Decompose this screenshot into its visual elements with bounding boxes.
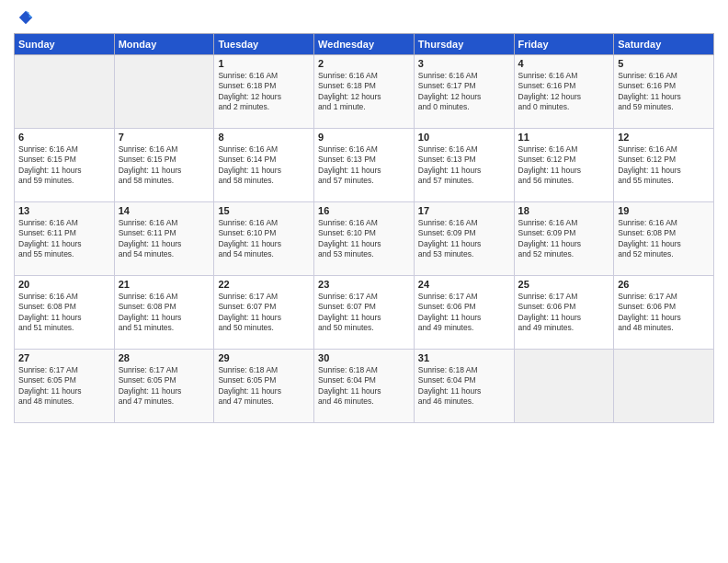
col-header-tuesday: Tuesday — [214, 34, 314, 55]
day-number: 4 — [518, 58, 610, 69]
cell-info: Sunrise: 6:17 AM Sunset: 6:07 PM Dayligh… — [318, 292, 410, 334]
calendar-cell: 29Sunrise: 6:18 AM Sunset: 6:05 PM Dayli… — [214, 350, 314, 423]
calendar-week-row: 6Sunrise: 6:16 AM Sunset: 6:15 PM Daylig… — [15, 129, 714, 202]
cell-info: Sunrise: 6:16 AM Sunset: 6:12 PM Dayligh… — [518, 144, 610, 187]
cell-info: Sunrise: 6:16 AM Sunset: 6:12 PM Dayligh… — [618, 144, 710, 187]
calendar-cell: 4Sunrise: 6:16 AM Sunset: 6:16 PM Daylig… — [514, 55, 614, 129]
col-header-wednesday: Wednesday — [314, 34, 415, 55]
col-header-thursday: Thursday — [414, 34, 514, 55]
calendar-cell: 3Sunrise: 6:16 AM Sunset: 6:17 PM Daylig… — [414, 55, 514, 129]
calendar-cell: 22Sunrise: 6:17 AM Sunset: 6:07 PM Dayli… — [214, 276, 314, 350]
day-number: 18 — [518, 205, 610, 216]
day-number: 22 — [218, 279, 310, 290]
day-number: 24 — [418, 279, 510, 290]
day-number: 20 — [18, 279, 110, 290]
calendar-cell — [614, 350, 714, 423]
calendar-cell: 10Sunrise: 6:16 AM Sunset: 6:13 PM Dayli… — [414, 129, 514, 202]
cell-info: Sunrise: 6:17 AM Sunset: 6:07 PM Dayligh… — [218, 292, 310, 334]
cell-info: Sunrise: 6:16 AM Sunset: 6:18 PM Dayligh… — [218, 71, 310, 113]
cell-info: Sunrise: 6:16 AM Sunset: 6:18 PM Dayligh… — [318, 71, 410, 113]
calendar-cell: 18Sunrise: 6:16 AM Sunset: 6:09 PM Dayli… — [514, 202, 614, 276]
page-header — [14, 9, 714, 26]
day-number: 26 — [618, 279, 710, 290]
calendar-week-row: 27Sunrise: 6:17 AM Sunset: 6:05 PM Dayli… — [15, 350, 714, 423]
calendar-cell: 24Sunrise: 6:17 AM Sunset: 6:06 PM Dayli… — [414, 276, 514, 350]
calendar-cell: 20Sunrise: 6:16 AM Sunset: 6:08 PM Dayli… — [15, 276, 115, 350]
calendar-cell: 8Sunrise: 6:16 AM Sunset: 6:14 PM Daylig… — [214, 129, 314, 202]
day-number: 7 — [119, 132, 210, 143]
cell-info: Sunrise: 6:16 AM Sunset: 6:09 PM Dayligh… — [518, 218, 610, 260]
calendar-cell — [15, 55, 115, 129]
calendar-cell: 9Sunrise: 6:16 AM Sunset: 6:13 PM Daylig… — [314, 129, 415, 202]
day-number: 17 — [418, 205, 510, 216]
calendar-cell: 14Sunrise: 6:16 AM Sunset: 6:11 PM Dayli… — [114, 202, 214, 276]
cell-info: Sunrise: 6:16 AM Sunset: 6:11 PM Dayligh… — [18, 218, 110, 260]
calendar-table: SundayMondayTuesdayWednesdayThursdayFrid… — [14, 33, 714, 423]
calendar-cell: 13Sunrise: 6:16 AM Sunset: 6:11 PM Dayli… — [15, 202, 115, 276]
cell-info: Sunrise: 6:18 AM Sunset: 6:05 PM Dayligh… — [218, 365, 310, 408]
day-number: 9 — [318, 132, 410, 143]
calendar-cell: 27Sunrise: 6:17 AM Sunset: 6:05 PM Dayli… — [15, 350, 115, 423]
cell-info: Sunrise: 6:16 AM Sunset: 6:08 PM Dayligh… — [18, 292, 110, 334]
calendar-cell: 7Sunrise: 6:16 AM Sunset: 6:15 PM Daylig… — [114, 129, 214, 202]
calendar-week-row: 20Sunrise: 6:16 AM Sunset: 6:08 PM Dayli… — [15, 276, 714, 350]
day-number: 15 — [218, 205, 310, 216]
calendar-cell: 26Sunrise: 6:17 AM Sunset: 6:06 PM Dayli… — [614, 276, 714, 350]
day-number: 25 — [518, 279, 610, 290]
day-number: 13 — [18, 205, 110, 216]
calendar-cell: 12Sunrise: 6:16 AM Sunset: 6:12 PM Dayli… — [614, 129, 714, 202]
calendar-cell: 16Sunrise: 6:16 AM Sunset: 6:10 PM Dayli… — [314, 202, 415, 276]
day-number: 29 — [218, 352, 310, 363]
day-number: 31 — [418, 352, 510, 363]
day-number: 28 — [119, 352, 210, 363]
cell-info: Sunrise: 6:17 AM Sunset: 6:06 PM Dayligh… — [518, 292, 610, 334]
day-number: 19 — [618, 205, 710, 216]
day-number: 23 — [318, 279, 410, 290]
calendar-cell: 6Sunrise: 6:16 AM Sunset: 6:15 PM Daylig… — [15, 129, 115, 202]
cell-info: Sunrise: 6:17 AM Sunset: 6:05 PM Dayligh… — [18, 365, 110, 408]
calendar-cell: 5Sunrise: 6:16 AM Sunset: 6:16 PM Daylig… — [614, 55, 714, 129]
cell-info: Sunrise: 6:16 AM Sunset: 6:16 PM Dayligh… — [618, 71, 710, 113]
day-number: 21 — [119, 279, 210, 290]
logo-icon — [17, 9, 34, 26]
calendar-cell — [514, 350, 614, 423]
cell-info: Sunrise: 6:16 AM Sunset: 6:15 PM Dayligh… — [18, 144, 110, 187]
day-number: 27 — [18, 352, 110, 363]
calendar-cell: 11Sunrise: 6:16 AM Sunset: 6:12 PM Dayli… — [514, 129, 614, 202]
calendar-cell: 28Sunrise: 6:17 AM Sunset: 6:05 PM Dayli… — [114, 350, 214, 423]
day-number: 11 — [518, 132, 610, 143]
cell-info: Sunrise: 6:17 AM Sunset: 6:06 PM Dayligh… — [418, 292, 510, 334]
calendar-cell: 21Sunrise: 6:16 AM Sunset: 6:08 PM Dayli… — [114, 276, 214, 350]
calendar-cell: 19Sunrise: 6:16 AM Sunset: 6:08 PM Dayli… — [614, 202, 714, 276]
cell-info: Sunrise: 6:16 AM Sunset: 6:15 PM Dayligh… — [119, 144, 210, 187]
cell-info: Sunrise: 6:16 AM Sunset: 6:16 PM Dayligh… — [518, 71, 610, 113]
calendar-cell: 15Sunrise: 6:16 AM Sunset: 6:10 PM Dayli… — [214, 202, 314, 276]
day-number: 10 — [418, 132, 510, 143]
day-number: 14 — [119, 205, 210, 216]
col-header-friday: Friday — [514, 34, 614, 55]
cell-info: Sunrise: 6:17 AM Sunset: 6:06 PM Dayligh… — [618, 292, 710, 334]
day-number: 2 — [318, 58, 410, 69]
col-header-saturday: Saturday — [614, 34, 714, 55]
cell-info: Sunrise: 6:16 AM Sunset: 6:08 PM Dayligh… — [618, 218, 710, 260]
col-header-monday: Monday — [114, 34, 214, 55]
cell-info: Sunrise: 6:18 AM Sunset: 6:04 PM Dayligh… — [318, 365, 410, 408]
cell-info: Sunrise: 6:16 AM Sunset: 6:13 PM Dayligh… — [318, 144, 410, 187]
cell-info: Sunrise: 6:16 AM Sunset: 6:14 PM Dayligh… — [218, 144, 310, 187]
day-number: 16 — [318, 205, 410, 216]
day-number: 5 — [618, 58, 710, 69]
calendar-cell: 30Sunrise: 6:18 AM Sunset: 6:04 PM Dayli… — [314, 350, 415, 423]
cell-info: Sunrise: 6:16 AM Sunset: 6:10 PM Dayligh… — [218, 218, 310, 260]
calendar-header-row: SundayMondayTuesdayWednesdayThursdayFrid… — [15, 34, 714, 55]
cell-info: Sunrise: 6:16 AM Sunset: 6:10 PM Dayligh… — [318, 218, 410, 260]
day-number: 6 — [18, 132, 110, 143]
cell-info: Sunrise: 6:16 AM Sunset: 6:11 PM Dayligh… — [119, 218, 210, 260]
calendar-week-row: 13Sunrise: 6:16 AM Sunset: 6:11 PM Dayli… — [15, 202, 714, 276]
cell-info: Sunrise: 6:16 AM Sunset: 6:17 PM Dayligh… — [418, 71, 510, 113]
calendar-cell: 23Sunrise: 6:17 AM Sunset: 6:07 PM Dayli… — [314, 276, 415, 350]
logo — [14, 9, 34, 26]
day-number: 30 — [318, 352, 410, 363]
day-number: 12 — [618, 132, 710, 143]
day-number: 3 — [418, 58, 510, 69]
calendar-cell: 17Sunrise: 6:16 AM Sunset: 6:09 PM Dayli… — [414, 202, 514, 276]
